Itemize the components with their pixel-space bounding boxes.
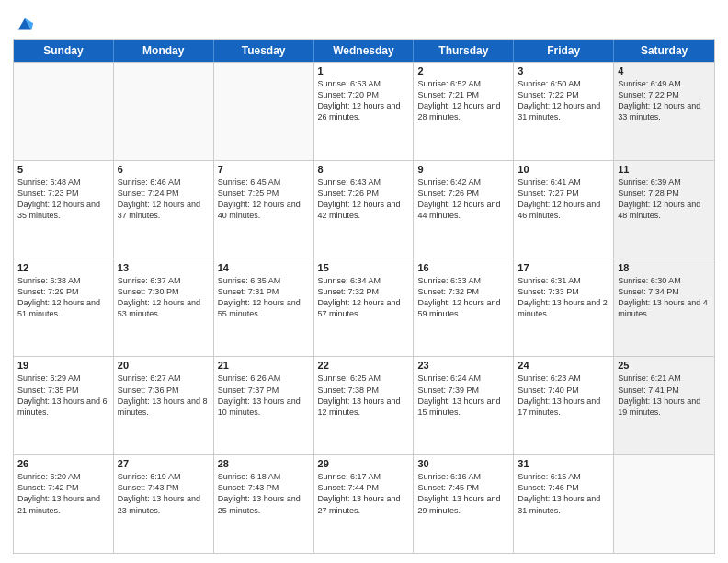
day-number: 4 — [618, 65, 711, 76]
calendar-cell: 21Sunrise: 6:26 AM Sunset: 7:37 PM Dayli… — [214, 357, 314, 454]
day-number: 1 — [318, 65, 410, 76]
day-number: 20 — [118, 360, 210, 371]
calendar-cell: 1Sunrise: 6:53 AM Sunset: 7:20 PM Daylig… — [314, 63, 415, 160]
cell-info: Sunrise: 6:31 AM Sunset: 7:33 PM Dayligh… — [518, 275, 609, 320]
weekday-header-thursday: Thursday — [414, 40, 514, 62]
cell-info: Sunrise: 6:19 AM Sunset: 7:43 PM Dayligh… — [118, 471, 210, 516]
calendar-cell: 4Sunrise: 6:49 AM Sunset: 7:22 PM Daylig… — [614, 63, 714, 160]
day-number: 8 — [318, 164, 410, 175]
calendar-cell: 17Sunrise: 6:31 AM Sunset: 7:33 PM Dayli… — [514, 259, 614, 357]
calendar-cell: 11Sunrise: 6:39 AM Sunset: 7:28 PM Dayli… — [614, 161, 714, 259]
day-number: 30 — [417, 458, 509, 469]
cell-info: Sunrise: 6:53 AM Sunset: 7:20 PM Dayligh… — [318, 78, 410, 123]
calendar-cell: 6Sunrise: 6:46 AM Sunset: 7:24 PM Daylig… — [114, 161, 214, 259]
day-number: 7 — [218, 164, 310, 175]
cell-info: Sunrise: 6:48 AM Sunset: 7:23 PM Dayligh… — [17, 177, 109, 222]
calendar-cell: 8Sunrise: 6:43 AM Sunset: 7:26 PM Daylig… — [314, 161, 415, 259]
day-number: 15 — [318, 262, 410, 273]
day-number: 23 — [417, 360, 509, 371]
cell-info: Sunrise: 6:23 AM Sunset: 7:40 PM Dayligh… — [518, 373, 609, 418]
calendar-cell: 16Sunrise: 6:33 AM Sunset: 7:32 PM Dayli… — [414, 259, 514, 357]
calendar-cell: 30Sunrise: 6:16 AM Sunset: 7:45 PM Dayli… — [414, 455, 514, 553]
day-number: 11 — [618, 164, 711, 175]
calendar-cell: 28Sunrise: 6:18 AM Sunset: 7:43 PM Dayli… — [214, 455, 314, 553]
calendar-cell: 14Sunrise: 6:35 AM Sunset: 7:31 PM Dayli… — [214, 259, 314, 357]
header — [13, 11, 715, 31]
calendar-row-1: 5Sunrise: 6:48 AM Sunset: 7:23 PM Daylig… — [14, 160, 714, 259]
calendar-cell: 31Sunrise: 6:15 AM Sunset: 7:46 PM Dayli… — [514, 455, 614, 553]
calendar-cell: 25Sunrise: 6:21 AM Sunset: 7:41 PM Dayli… — [614, 357, 714, 454]
day-number: 29 — [318, 458, 410, 469]
calendar-cell — [14, 63, 114, 160]
calendar-row-4: 26Sunrise: 6:20 AM Sunset: 7:42 PM Dayli… — [14, 454, 714, 553]
weekday-header-saturday: Saturday — [614, 40, 714, 62]
day-number: 21 — [218, 360, 310, 371]
day-number: 27 — [118, 458, 210, 469]
calendar-cell: 13Sunrise: 6:37 AM Sunset: 7:30 PM Dayli… — [114, 259, 214, 357]
calendar-cell: 22Sunrise: 6:25 AM Sunset: 7:38 PM Dayli… — [314, 357, 415, 454]
weekday-header-tuesday: Tuesday — [214, 40, 314, 62]
day-number: 14 — [218, 262, 310, 273]
day-number: 24 — [518, 360, 609, 371]
day-number: 28 — [218, 458, 310, 469]
cell-info: Sunrise: 6:24 AM Sunset: 7:39 PM Dayligh… — [417, 373, 509, 418]
calendar-cell: 27Sunrise: 6:19 AM Sunset: 7:43 PM Dayli… — [114, 455, 214, 553]
cell-info: Sunrise: 6:50 AM Sunset: 7:22 PM Dayligh… — [518, 78, 609, 123]
day-number: 25 — [618, 360, 711, 371]
cell-info: Sunrise: 6:42 AM Sunset: 7:26 PM Dayligh… — [417, 177, 509, 222]
calendar-cell: 23Sunrise: 6:24 AM Sunset: 7:39 PM Dayli… — [414, 357, 514, 454]
day-number: 22 — [318, 360, 410, 371]
cell-info: Sunrise: 6:39 AM Sunset: 7:28 PM Dayligh… — [618, 177, 711, 222]
calendar-cell: 15Sunrise: 6:34 AM Sunset: 7:32 PM Dayli… — [314, 259, 415, 357]
calendar-cell — [214, 63, 314, 160]
calendar-cell: 5Sunrise: 6:48 AM Sunset: 7:23 PM Daylig… — [14, 161, 114, 259]
cell-info: Sunrise: 6:16 AM Sunset: 7:45 PM Dayligh… — [417, 471, 509, 516]
day-number: 12 — [17, 262, 109, 273]
calendar-cell: 19Sunrise: 6:29 AM Sunset: 7:35 PM Dayli… — [14, 357, 114, 454]
cell-info: Sunrise: 6:38 AM Sunset: 7:29 PM Dayligh… — [17, 275, 109, 320]
calendar-cell: 9Sunrise: 6:42 AM Sunset: 7:26 PM Daylig… — [414, 161, 514, 259]
weekday-header-monday: Monday — [114, 40, 214, 62]
day-number: 9 — [417, 164, 509, 175]
calendar-body: 1Sunrise: 6:53 AM Sunset: 7:20 PM Daylig… — [14, 62, 714, 553]
calendar-cell: 7Sunrise: 6:45 AM Sunset: 7:25 PM Daylig… — [214, 161, 314, 259]
calendar-row-2: 12Sunrise: 6:38 AM Sunset: 7:29 PM Dayli… — [14, 259, 714, 357]
day-number: 17 — [518, 262, 609, 273]
cell-info: Sunrise: 6:43 AM Sunset: 7:26 PM Dayligh… — [318, 177, 410, 222]
cell-info: Sunrise: 6:17 AM Sunset: 7:44 PM Dayligh… — [318, 471, 410, 516]
cell-info: Sunrise: 6:35 AM Sunset: 7:31 PM Dayligh… — [218, 275, 310, 320]
day-number: 19 — [17, 360, 109, 371]
calendar-cell: 20Sunrise: 6:27 AM Sunset: 7:36 PM Dayli… — [114, 357, 214, 454]
cell-info: Sunrise: 6:41 AM Sunset: 7:27 PM Dayligh… — [518, 177, 609, 222]
calendar-row-3: 19Sunrise: 6:29 AM Sunset: 7:35 PM Dayli… — [14, 356, 714, 454]
cell-info: Sunrise: 6:49 AM Sunset: 7:22 PM Dayligh… — [618, 78, 711, 123]
calendar-cell: 3Sunrise: 6:50 AM Sunset: 7:22 PM Daylig… — [514, 63, 614, 160]
weekday-header-wednesday: Wednesday — [314, 40, 415, 62]
cell-info: Sunrise: 6:15 AM Sunset: 7:46 PM Dayligh… — [518, 471, 609, 516]
calendar-header: SundayMondayTuesdayWednesdayThursdayFrid… — [14, 40, 714, 62]
calendar-cell — [114, 63, 214, 160]
cell-info: Sunrise: 6:33 AM Sunset: 7:32 PM Dayligh… — [417, 275, 509, 320]
day-number: 3 — [518, 65, 609, 76]
cell-info: Sunrise: 6:21 AM Sunset: 7:41 PM Dayligh… — [618, 373, 711, 418]
day-number: 5 — [17, 164, 109, 175]
day-number: 16 — [417, 262, 509, 273]
cell-info: Sunrise: 6:27 AM Sunset: 7:36 PM Dayligh… — [118, 373, 210, 418]
calendar-cell: 24Sunrise: 6:23 AM Sunset: 7:40 PM Dayli… — [514, 357, 614, 454]
day-number: 18 — [618, 262, 711, 273]
calendar-cell: 10Sunrise: 6:41 AM Sunset: 7:27 PM Dayli… — [514, 161, 614, 259]
cell-info: Sunrise: 6:26 AM Sunset: 7:37 PM Dayligh… — [218, 373, 310, 418]
cell-info: Sunrise: 6:46 AM Sunset: 7:24 PM Dayligh… — [118, 177, 210, 222]
day-number: 10 — [518, 164, 609, 175]
calendar: SundayMondayTuesdayWednesdayThursdayFrid… — [13, 39, 715, 554]
logo — [13, 15, 35, 31]
cell-info: Sunrise: 6:52 AM Sunset: 7:21 PM Dayligh… — [417, 78, 509, 123]
day-number: 6 — [118, 164, 210, 175]
day-number: 2 — [417, 65, 509, 76]
cell-info: Sunrise: 6:29 AM Sunset: 7:35 PM Dayligh… — [17, 373, 109, 418]
day-number: 31 — [518, 458, 609, 469]
day-number: 26 — [17, 458, 109, 469]
cell-info: Sunrise: 6:25 AM Sunset: 7:38 PM Dayligh… — [318, 373, 410, 418]
logo-icon — [15, 15, 35, 35]
page: SundayMondayTuesdayWednesdayThursdayFrid… — [0, 0, 728, 563]
